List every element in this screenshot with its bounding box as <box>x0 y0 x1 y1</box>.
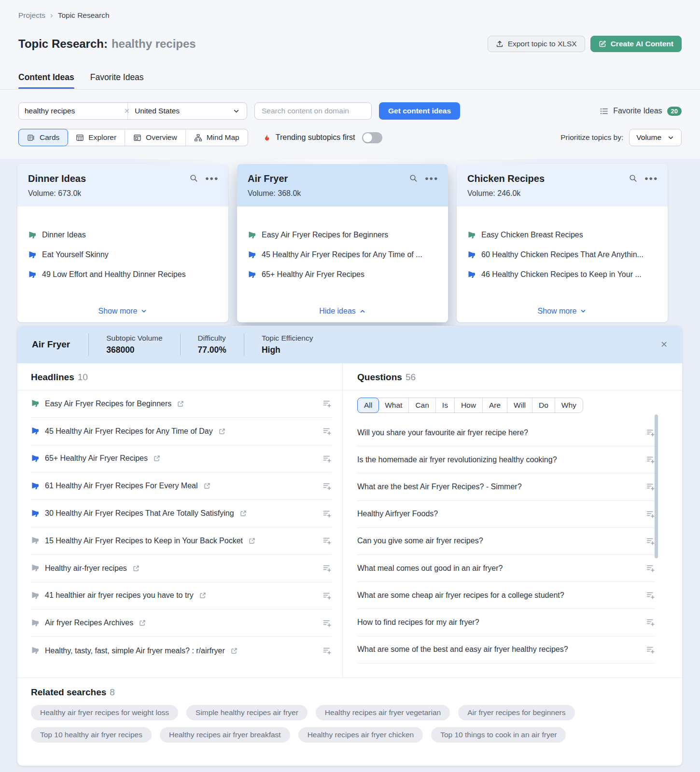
view-cards-button[interactable]: Cards <box>18 129 68 146</box>
keyword-input[interactable] <box>25 107 121 115</box>
view-overview-button[interactable]: Overview <box>125 129 186 146</box>
view-explorer-button[interactable]: Explorer <box>68 129 125 146</box>
card-headline-text[interactable]: 45 Healthy Air Fryer Recipes for Any Tim… <box>262 250 422 259</box>
headline-text[interactable]: Healthy, tasty, fast, simple Air fryer m… <box>45 647 225 655</box>
external-link-icon[interactable] <box>204 482 210 489</box>
external-link-icon[interactable] <box>240 510 247 517</box>
question-tab-all[interactable]: All <box>357 398 379 413</box>
show-more-link[interactable]: Show more <box>457 307 668 316</box>
search-icon[interactable] <box>190 174 198 182</box>
view-mindmap-button[interactable]: Mind Map <box>186 129 248 146</box>
questions-count: 56 <box>406 372 416 382</box>
more-options-icon[interactable]: ●●● <box>425 175 438 182</box>
external-link-icon[interactable] <box>139 620 146 626</box>
headline-text[interactable]: Easy Air Fryer Recipes for Beginners <box>45 400 171 408</box>
more-options-icon[interactable]: ●●● <box>644 175 658 182</box>
add-to-list-icon[interactable] <box>322 591 332 600</box>
add-to-list-icon[interactable] <box>322 536 332 545</box>
add-to-list-icon[interactable] <box>646 564 655 573</box>
add-to-list-icon[interactable] <box>322 564 332 573</box>
add-to-list-icon[interactable] <box>322 454 332 463</box>
more-options-icon[interactable]: ●●● <box>205 175 219 182</box>
add-to-list-icon[interactable] <box>646 510 655 519</box>
external-link-icon[interactable] <box>219 428 225 435</box>
breadcrumb-projects[interactable]: Projects <box>18 11 45 20</box>
add-to-list-icon[interactable] <box>646 618 655 627</box>
add-to-list-icon[interactable] <box>646 645 655 654</box>
question-tab-will[interactable]: Will <box>507 398 532 413</box>
add-to-list-icon[interactable] <box>322 509 332 518</box>
related-search-chip[interactable]: Healthy air fryer recipes for weight los… <box>31 705 178 720</box>
question-tab-how[interactable]: How <box>455 398 483 413</box>
related-search-chip[interactable]: Healthy recipes air fryer breakfast <box>160 727 290 743</box>
add-to-list-icon[interactable] <box>322 427 332 436</box>
external-link-icon[interactable] <box>199 592 206 599</box>
related-search-chip[interactable]: Top 10 healthy air fryer recipes <box>31 727 152 743</box>
prioritize-select[interactable]: Volume <box>629 129 682 146</box>
related-search-chip[interactable]: Air fryer recipes for beginners <box>458 705 574 720</box>
title-actions: Export topic to XLSX Create AI Content <box>488 36 682 52</box>
add-to-list-icon[interactable] <box>322 482 332 491</box>
hide-ideas-link[interactable]: Hide ideas <box>237 307 448 316</box>
card-headline-text[interactable]: 65+ Healthy Air Fryer Recipes <box>262 270 364 279</box>
headline-text[interactable]: 30 Healthy Air Fryer Recipes That Are To… <box>45 509 234 518</box>
question-tab-do[interactable]: Do <box>532 398 555 413</box>
card-headline-text[interactable]: Easy Chicken Breast Recipes <box>481 231 583 239</box>
country-select[interactable]: United States <box>128 103 247 119</box>
add-to-list-icon[interactable] <box>646 591 655 600</box>
question-tab-why[interactable]: Why <box>555 398 583 413</box>
headline-text[interactable]: 65+ Healthy Air Fryer Recipes <box>45 454 148 463</box>
questions-scrollbar[interactable] <box>655 414 658 558</box>
page-title-query: healthy recipes <box>112 37 196 50</box>
card-headline-text[interactable]: 60 Healthy Chicken Recipes That Are Anyt… <box>481 250 644 259</box>
trending-subtopics-control: Trending subtopics first <box>263 132 382 143</box>
external-link-icon[interactable] <box>154 455 160 462</box>
domain-search-input[interactable] <box>254 102 372 120</box>
headline-text[interactable]: 15 Healthy Air Fryer Recipes to Keep in … <box>45 537 243 545</box>
add-to-list-icon[interactable] <box>646 455 655 464</box>
question-filter-tabs: All What Can Is How Are Will Do Why <box>357 398 583 413</box>
add-to-list-icon[interactable] <box>322 646 332 655</box>
headline-text[interactable]: 45 Healthy Air Fryer Recipes for Any Tim… <box>45 427 213 436</box>
question-tab-what[interactable]: What <box>378 398 409 413</box>
external-link-icon[interactable] <box>249 538 255 544</box>
card-headline-text[interactable]: Dinner Ideas <box>42 231 86 239</box>
tab-favorite-ideas[interactable]: Favorite Ideas <box>90 72 144 89</box>
tab-content-ideas[interactable]: Content Ideas <box>18 72 74 89</box>
external-link-icon[interactable] <box>133 565 140 572</box>
question-tab-is[interactable]: Is <box>436 398 455 413</box>
related-search-chip[interactable]: Simple healthy recipes air fryer <box>186 705 308 720</box>
card-headline-text[interactable]: Eat Yourself Skinny <box>42 250 109 259</box>
add-to-list-icon[interactable] <box>322 619 332 628</box>
export-xlsx-button[interactable]: Export topic to XLSX <box>488 36 585 52</box>
trending-subtopics-toggle[interactable] <box>362 132 382 143</box>
card-actions: ●●● <box>629 174 658 182</box>
create-ai-content-button[interactable]: Create AI Content <box>590 36 682 52</box>
related-search-chip[interactable]: Healthy recipes air fryer vegetarian <box>316 705 450 720</box>
external-link-icon[interactable] <box>231 648 238 654</box>
search-icon[interactable] <box>409 174 418 182</box>
card-headline-text[interactable]: 49 Low Effort and Healthy Dinner Recipes <box>42 270 186 279</box>
close-icon[interactable]: ✕ <box>660 339 668 350</box>
related-search-chip[interactable]: Healthy recipes air fryer chicken <box>298 727 423 743</box>
get-content-ideas-button[interactable]: Get content ideas <box>379 102 460 120</box>
show-more-link[interactable]: Show more <box>17 307 228 316</box>
card-headline-text[interactable]: Easy Air Fryer Recipes for Beginners <box>262 231 388 239</box>
add-to-list-icon[interactable] <box>646 482 655 491</box>
search-icon[interactable] <box>629 174 637 182</box>
headline-text[interactable]: Air fryer Recipes Archives <box>45 619 133 627</box>
subtopic-name: Air Fryer <box>17 339 88 350</box>
headline-text[interactable]: Healthy air-fryer recipes <box>45 564 127 573</box>
related-search-chip[interactable]: Top 10 things to cook in an air fryer <box>431 727 566 743</box>
add-to-list-icon[interactable] <box>646 428 655 437</box>
headline-text[interactable]: 61 Healthy Air Fryer Recipes For Every M… <box>45 482 198 490</box>
favorite-ideas-link[interactable]: Favorite Ideas 20 <box>600 107 682 116</box>
external-link-icon[interactable] <box>177 400 184 407</box>
add-to-list-icon[interactable] <box>322 399 332 408</box>
keyword-field[interactable]: ✕ <box>19 103 128 119</box>
headline-text[interactable]: 41 healthier air fryer recipes you have … <box>45 591 194 600</box>
question-tab-are[interactable]: Are <box>483 398 507 413</box>
add-to-list-icon[interactable] <box>646 537 655 546</box>
card-headline-text[interactable]: 46 Healthy Chicken Recipes to Keep in Yo… <box>481 270 642 279</box>
question-tab-can[interactable]: Can <box>409 398 435 413</box>
